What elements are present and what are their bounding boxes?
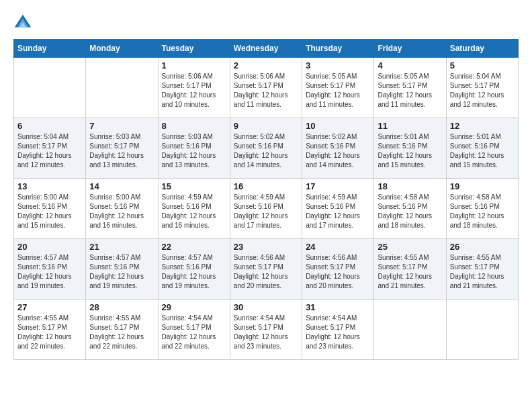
day-number: 8 xyxy=(162,121,226,131)
day-number: 14 xyxy=(89,181,154,191)
calendar-cell: 21Sunrise: 4:57 AM Sunset: 5:16 PM Dayli… xyxy=(86,239,158,300)
day-number: 13 xyxy=(17,181,82,191)
day-detail: Sunrise: 4:58 AM Sunset: 5:16 PM Dayligh… xyxy=(450,193,515,230)
day-number: 29 xyxy=(162,302,226,312)
calendar-cell: 20Sunrise: 4:57 AM Sunset: 5:16 PM Dayli… xyxy=(14,239,86,300)
calendar-cell: 14Sunrise: 5:00 AM Sunset: 5:16 PM Dayli… xyxy=(86,179,158,239)
col-header-wednesday: Wednesday xyxy=(230,40,302,58)
day-detail: Sunrise: 5:02 AM Sunset: 5:16 PM Dayligh… xyxy=(234,132,298,170)
day-detail: Sunrise: 5:03 AM Sunset: 5:17 PM Dayligh… xyxy=(89,132,154,170)
day-number: 20 xyxy=(17,242,82,252)
day-number: 22 xyxy=(162,242,226,252)
calendar-cell: 19Sunrise: 4:58 AM Sunset: 5:16 PM Dayli… xyxy=(446,179,518,239)
day-number: 1 xyxy=(162,60,226,71)
day-detail: Sunrise: 5:00 AM Sunset: 5:16 PM Dayligh… xyxy=(89,193,154,230)
day-detail: Sunrise: 5:01 AM Sunset: 5:16 PM Dayligh… xyxy=(378,132,442,170)
day-number: 3 xyxy=(306,60,370,71)
day-number: 7 xyxy=(89,121,154,131)
calendar-cell: 3Sunrise: 5:05 AM Sunset: 5:17 PM Daylig… xyxy=(302,58,374,118)
calendar-cell: 17Sunrise: 4:59 AM Sunset: 5:16 PM Dayli… xyxy=(302,179,374,239)
col-header-friday: Friday xyxy=(374,40,446,58)
day-detail: Sunrise: 4:58 AM Sunset: 5:16 PM Dayligh… xyxy=(378,193,442,230)
day-detail: Sunrise: 5:00 AM Sunset: 5:16 PM Dayligh… xyxy=(17,193,82,230)
calendar-cell: 28Sunrise: 4:55 AM Sunset: 5:17 PM Dayli… xyxy=(86,300,158,360)
day-number: 27 xyxy=(17,302,82,312)
col-header-tuesday: Tuesday xyxy=(158,40,230,58)
calendar-header-row: SundayMondayTuesdayWednesdayThursdayFrid… xyxy=(14,40,519,58)
day-number: 9 xyxy=(234,121,298,131)
day-detail: Sunrise: 4:55 AM Sunset: 5:17 PM Dayligh… xyxy=(17,314,82,351)
col-header-thursday: Thursday xyxy=(302,40,374,58)
calendar-cell: 5Sunrise: 5:04 AM Sunset: 5:17 PM Daylig… xyxy=(446,58,518,118)
calendar-cell: 18Sunrise: 4:58 AM Sunset: 5:16 PM Dayli… xyxy=(374,179,446,239)
day-detail: Sunrise: 4:57 AM Sunset: 5:16 PM Dayligh… xyxy=(17,253,82,291)
day-detail: Sunrise: 4:57 AM Sunset: 5:16 PM Dayligh… xyxy=(162,253,226,291)
day-number: 19 xyxy=(450,181,515,191)
calendar-cell: 4Sunrise: 5:05 AM Sunset: 5:17 PM Daylig… xyxy=(374,58,446,118)
day-number: 21 xyxy=(89,242,154,252)
calendar-cell xyxy=(374,300,446,360)
day-number: 23 xyxy=(234,242,298,252)
calendar-cell: 26Sunrise: 4:55 AM Sunset: 5:17 PM Dayli… xyxy=(446,239,518,300)
calendar-cell: 7Sunrise: 5:03 AM Sunset: 5:17 PM Daylig… xyxy=(86,118,158,179)
page-header xyxy=(13,13,519,32)
day-number: 6 xyxy=(17,121,82,131)
day-number: 24 xyxy=(306,242,370,252)
day-detail: Sunrise: 5:02 AM Sunset: 5:16 PM Dayligh… xyxy=(306,132,370,170)
day-detail: Sunrise: 5:01 AM Sunset: 5:16 PM Dayligh… xyxy=(450,132,515,170)
day-detail: Sunrise: 4:56 AM Sunset: 5:17 PM Dayligh… xyxy=(234,253,298,291)
calendar-cell xyxy=(86,58,158,118)
day-detail: Sunrise: 5:05 AM Sunset: 5:17 PM Dayligh… xyxy=(306,72,370,109)
logo xyxy=(13,13,35,32)
day-detail: Sunrise: 4:59 AM Sunset: 5:16 PM Dayligh… xyxy=(306,193,370,230)
calendar-cell: 16Sunrise: 4:59 AM Sunset: 5:16 PM Dayli… xyxy=(230,179,302,239)
day-detail: Sunrise: 5:06 AM Sunset: 5:17 PM Dayligh… xyxy=(162,72,226,109)
day-number: 11 xyxy=(378,121,442,131)
calendar-cell: 13Sunrise: 5:00 AM Sunset: 5:16 PM Dayli… xyxy=(14,179,86,239)
calendar-week-row: 6Sunrise: 5:04 AM Sunset: 5:17 PM Daylig… xyxy=(14,118,519,179)
day-number: 17 xyxy=(306,181,370,191)
col-header-monday: Monday xyxy=(86,40,158,58)
day-detail: Sunrise: 4:55 AM Sunset: 5:17 PM Dayligh… xyxy=(378,253,442,291)
calendar-cell: 6Sunrise: 5:04 AM Sunset: 5:17 PM Daylig… xyxy=(14,118,86,179)
calendar-cell: 31Sunrise: 4:54 AM Sunset: 5:17 PM Dayli… xyxy=(302,300,374,360)
calendar-cell: 1Sunrise: 5:06 AM Sunset: 5:17 PM Daylig… xyxy=(158,58,230,118)
day-number: 12 xyxy=(450,121,515,131)
calendar-cell: 8Sunrise: 5:03 AM Sunset: 5:16 PM Daylig… xyxy=(158,118,230,179)
calendar-cell: 27Sunrise: 4:55 AM Sunset: 5:17 PM Dayli… xyxy=(14,300,86,360)
day-number: 25 xyxy=(378,242,442,252)
day-number: 4 xyxy=(378,60,442,71)
day-detail: Sunrise: 5:05 AM Sunset: 5:17 PM Dayligh… xyxy=(378,72,442,109)
calendar-cell: 15Sunrise: 4:59 AM Sunset: 5:16 PM Dayli… xyxy=(158,179,230,239)
day-detail: Sunrise: 4:54 AM Sunset: 5:17 PM Dayligh… xyxy=(162,314,226,351)
col-header-sunday: Sunday xyxy=(14,40,86,58)
day-detail: Sunrise: 4:59 AM Sunset: 5:16 PM Dayligh… xyxy=(234,193,298,230)
day-number: 18 xyxy=(378,181,442,191)
calendar-week-row: 13Sunrise: 5:00 AM Sunset: 5:16 PM Dayli… xyxy=(14,179,519,239)
day-detail: Sunrise: 4:59 AM Sunset: 5:16 PM Dayligh… xyxy=(162,193,226,230)
day-number: 31 xyxy=(306,302,370,312)
calendar-cell: 24Sunrise: 4:56 AM Sunset: 5:17 PM Dayli… xyxy=(302,239,374,300)
day-detail: Sunrise: 4:55 AM Sunset: 5:17 PM Dayligh… xyxy=(450,253,515,291)
calendar-cell: 25Sunrise: 4:55 AM Sunset: 5:17 PM Dayli… xyxy=(374,239,446,300)
calendar-cell: 9Sunrise: 5:02 AM Sunset: 5:16 PM Daylig… xyxy=(230,118,302,179)
calendar-cell: 10Sunrise: 5:02 AM Sunset: 5:16 PM Dayli… xyxy=(302,118,374,179)
day-detail: Sunrise: 4:54 AM Sunset: 5:17 PM Dayligh… xyxy=(306,314,370,351)
calendar-week-row: 1Sunrise: 5:06 AM Sunset: 5:17 PM Daylig… xyxy=(14,58,519,118)
day-number: 2 xyxy=(234,60,298,71)
day-detail: Sunrise: 4:57 AM Sunset: 5:16 PM Dayligh… xyxy=(89,253,154,291)
calendar-cell: 11Sunrise: 5:01 AM Sunset: 5:16 PM Dayli… xyxy=(374,118,446,179)
day-detail: Sunrise: 5:04 AM Sunset: 5:17 PM Dayligh… xyxy=(450,72,515,109)
calendar-table: SundayMondayTuesdayWednesdayThursdayFrid… xyxy=(13,39,519,360)
calendar-cell xyxy=(14,58,86,118)
day-detail: Sunrise: 5:04 AM Sunset: 5:17 PM Dayligh… xyxy=(17,132,82,170)
calendar-cell: 22Sunrise: 4:57 AM Sunset: 5:16 PM Dayli… xyxy=(158,239,230,300)
day-number: 5 xyxy=(450,60,515,71)
day-number: 10 xyxy=(306,121,370,131)
day-number: 16 xyxy=(234,181,298,191)
calendar-cell: 30Sunrise: 4:54 AM Sunset: 5:17 PM Dayli… xyxy=(230,300,302,360)
calendar-cell xyxy=(446,300,518,360)
day-number: 28 xyxy=(89,302,154,312)
day-number: 15 xyxy=(162,181,226,191)
calendar-week-row: 27Sunrise: 4:55 AM Sunset: 5:17 PM Dayli… xyxy=(14,300,519,360)
